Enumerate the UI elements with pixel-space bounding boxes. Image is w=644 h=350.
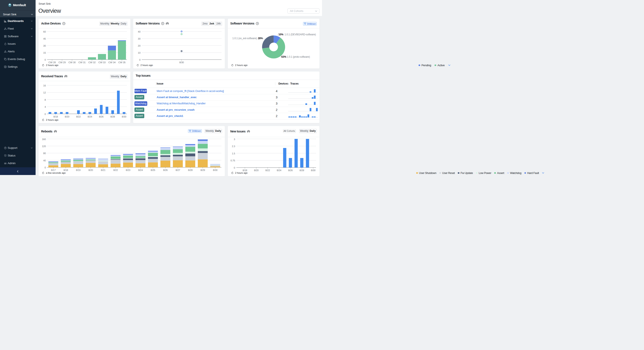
svg-text:8/25: 8/25: [151, 169, 155, 171]
svg-text:CW 29: CW 29: [58, 61, 66, 64]
svg-text:CW 30: CW 30: [68, 61, 76, 64]
svg-text:8/19: 8/19: [76, 169, 80, 171]
svg-text:1.0.1 (proto-software): 1.0.1 (proto-software): [287, 55, 310, 58]
svg-text:CW 33: CW 33: [98, 61, 106, 64]
svg-text:40: 40: [43, 159, 46, 162]
svg-text:8/26: 8/26: [99, 115, 104, 118]
svg-text:8/23: 8/23: [126, 169, 130, 171]
svg-text:30: 30: [43, 44, 46, 47]
svg-text:45: 45: [43, 37, 46, 40]
svg-text:20: 20: [138, 44, 140, 47]
svg-text:40: 40: [138, 30, 140, 33]
svg-text:10%: 10%: [278, 33, 284, 36]
svg-text:15: 15: [43, 51, 46, 54]
svg-text:8/22: 8/22: [265, 169, 270, 172]
svg-text:0: 0: [234, 166, 235, 169]
svg-text:0: 0: [44, 113, 46, 115]
svg-text:30: 30: [138, 37, 140, 40]
svg-text:60: 60: [43, 30, 46, 33]
svg-text:8/26: 8/26: [163, 169, 168, 171]
svg-text:1.0.1 (xx_evt-software): 1.0.1 (xx_evt-software): [232, 37, 257, 40]
svg-text:63%: 63%: [281, 55, 286, 58]
svg-text:12: 12: [43, 91, 46, 94]
svg-text:8/29: 8/29: [200, 169, 205, 171]
svg-text:8/27: 8/27: [176, 169, 180, 171]
svg-text:8/30: 8/30: [311, 169, 316, 172]
svg-text:8/30: 8/30: [122, 115, 126, 118]
svg-text:2.3: 2.3: [232, 145, 235, 148]
svg-text:0.75: 0.75: [230, 159, 235, 162]
svg-text:8/24: 8/24: [88, 115, 92, 118]
svg-text:3: 3: [234, 138, 235, 140]
svg-text:8/22: 8/22: [76, 115, 81, 118]
svg-text:CW 32: CW 32: [88, 61, 96, 64]
svg-text:8/17: 8/17: [51, 169, 56, 171]
svg-text:?: ?: [257, 22, 258, 24]
svg-text:CW 28: CW 28: [48, 61, 56, 64]
svg-text:80: 80: [43, 152, 46, 155]
svg-text:CW 34: CW 34: [108, 61, 116, 64]
svg-text:8/26: 8/26: [288, 169, 292, 172]
svg-text:8/28: 8/28: [300, 169, 304, 172]
svg-text:8/20: 8/20: [254, 169, 258, 172]
svg-text:1.5: 1.5: [232, 152, 235, 155]
svg-text:CW 31: CW 31: [78, 61, 86, 64]
svg-text:8/28: 8/28: [188, 169, 192, 171]
svg-text:8/22: 8/22: [113, 169, 118, 171]
svg-text:8/30: 8/30: [213, 169, 217, 171]
svg-text:0: 0: [139, 58, 140, 61]
svg-text:8/20: 8/20: [65, 115, 69, 118]
svg-text:10: 10: [138, 51, 140, 54]
svg-text:8/18: 8/18: [54, 115, 58, 118]
svg-text:0: 0: [44, 166, 46, 169]
svg-text:CW 35: CW 35: [118, 61, 126, 64]
svg-text:8: 8: [44, 98, 46, 101]
svg-text:8/20: 8/20: [88, 169, 93, 171]
svg-text:120: 120: [42, 145, 46, 147]
svg-text:1.0.1 (DEVBOARD-software): 1.0.1 (DEVBOARD-software): [284, 33, 316, 36]
svg-text:?: ?: [63, 22, 64, 24]
svg-text:160: 160: [42, 138, 46, 140]
svg-text:28%: 28%: [258, 37, 263, 40]
svg-text:0: 0: [44, 58, 46, 61]
svg-text:8/28: 8/28: [110, 115, 115, 118]
svg-text:8/30: 8/30: [179, 61, 184, 64]
svg-text:8/21: 8/21: [101, 169, 105, 171]
svg-text:4: 4: [44, 106, 46, 108]
svg-text:8/18: 8/18: [64, 169, 68, 171]
svg-text:8/24: 8/24: [276, 169, 281, 172]
svg-text:8/24: 8/24: [138, 169, 143, 171]
svg-text:16: 16: [43, 84, 46, 87]
svg-text:?: ?: [162, 22, 163, 24]
svg-text:8/18: 8/18: [242, 169, 247, 172]
